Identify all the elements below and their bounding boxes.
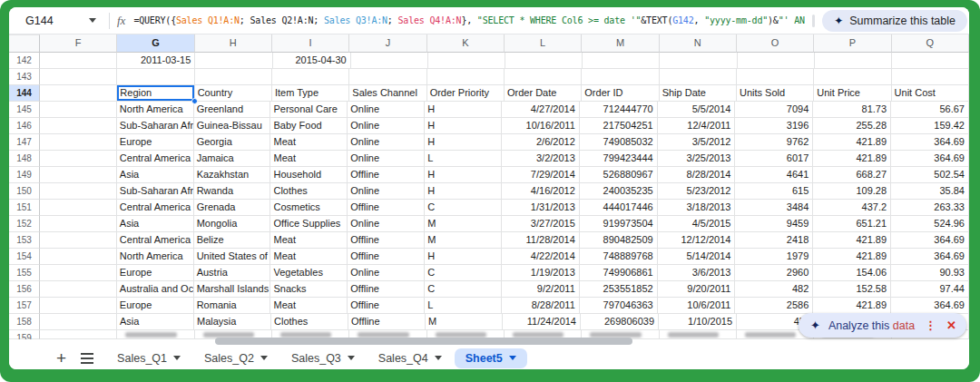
cell-K148[interactable]: L [425,151,502,167]
cell-Q142[interactable] [892,53,969,69]
cell-M155[interactable]: 749906861 [580,265,658,281]
cell-O157[interactable]: 2586 [735,298,813,314]
cell-G142[interactable]: 2011-03-15 [117,53,195,69]
cell-N153[interactable]: 12/12/2014 [658,232,736,249]
cell-J151[interactable]: Offline [348,200,425,216]
cell-J144[interactable]: Sales Channel [349,85,426,102]
column-header-F[interactable]: F [40,34,117,53]
cell-N144[interactable]: Ship Date [660,85,737,102]
cell-L153[interactable]: 11/28/2014 [502,232,580,249]
cell-F144[interactable] [40,85,117,102]
cell-N150[interactable]: 5/23/2012 [658,183,736,200]
cell-N159[interactable] [660,330,737,339]
close-icon[interactable]: ✕ [946,318,956,332]
cell-Q144[interactable]: Unit Cost [892,85,969,102]
cell-N156[interactable]: 9/20/2011 [658,281,736,298]
cell-M158[interactable]: 269806039 [581,314,659,330]
cell-K157[interactable]: L [425,298,502,314]
name-box-caret-icon[interactable] [89,18,96,23]
cell-F148[interactable] [40,151,117,167]
column-header-H[interactable]: H [195,34,272,53]
cell-O150[interactable]: 615 [735,183,813,200]
cell-F143[interactable] [40,69,117,85]
cell-M154[interactable]: 748889768 [580,249,658,265]
cell-O154[interactable]: 1979 [735,249,813,265]
cell-K150[interactable]: H [425,183,502,200]
tab-caret-icon[interactable] [509,356,516,360]
cell-K142[interactable] [428,53,505,69]
row-header-146[interactable]: 146 [9,118,40,134]
cell-N146[interactable]: 12/4/2011 [658,118,736,134]
cell-J153[interactable]: Offline [348,232,425,249]
cell-J147[interactable]: Online [348,134,425,151]
cell-Q149[interactable]: 502.54 [891,167,969,183]
cell-G159[interactable] [117,330,194,339]
column-header-K[interactable]: K [427,34,505,53]
cell-I147[interactable]: Meat [270,134,348,151]
cell-O148[interactable]: 6017 [735,151,813,167]
cell-H151[interactable]: Grenada [194,200,271,216]
cell-Q153[interactable]: 364.69 [891,232,969,249]
cell-J155[interactable]: Online [348,265,425,281]
name-box[interactable]: G144 [18,7,102,34]
cell-H146[interactable]: Guinea-Bissau [194,118,271,134]
tab-caret-icon[interactable] [260,356,268,360]
cell-H156[interactable]: Marshall Islands [194,281,271,298]
cell-H143[interactable] [195,69,272,85]
cell-F149[interactable] [40,167,117,183]
cell-F150[interactable] [40,183,117,200]
cell-J148[interactable]: Online [348,151,425,167]
cell-Q151[interactable]: 263.33 [891,200,969,216]
cell-I155[interactable]: Vegetables [270,265,348,281]
cell-I153[interactable]: Meat [270,232,348,249]
fill-handle[interactable] [191,98,198,104]
cell-N143[interactable] [660,69,737,85]
cell-G158[interactable]: Asia [117,314,194,330]
cell-L152[interactable]: 3/27/2015 [502,216,580,232]
row-header-147[interactable]: 147 [9,134,40,151]
cell-P155[interactable]: 154.06 [813,265,891,281]
cell-L155[interactable]: 1/19/2013 [502,265,580,281]
cell-I144[interactable]: Item Type [272,85,349,102]
cell-Q157[interactable]: 364.69 [891,298,969,314]
cell-O149[interactable]: 4641 [735,167,813,183]
cell-I152[interactable]: Office Supplies [270,216,348,232]
cell-G146[interactable]: Sub-Saharan Afr [117,118,194,134]
cell-Q155[interactable]: 90.93 [891,265,969,281]
cell-M153[interactable]: 890482509 [580,232,658,249]
row-header-149[interactable]: 149 [9,167,40,183]
cell-F145[interactable] [40,102,117,118]
cell-J150[interactable]: Online [348,183,425,200]
cell-J145[interactable]: Online [348,102,425,118]
row-header-155[interactable]: 155 [9,265,40,281]
cell-Q143[interactable] [892,69,969,85]
cell-H155[interactable]: Austria [194,265,271,281]
cell-H144[interactable]: Country [195,85,272,102]
cell-P148[interactable]: 421.89 [813,151,891,167]
cell-P143[interactable] [814,69,891,85]
sheet-tab-Sales_Q1[interactable]: Sales_Q1 [106,348,191,368]
cell-O151[interactable]: 3484 [735,200,813,216]
cell-F151[interactable] [40,200,117,216]
cell-Q150[interactable]: 35.84 [891,183,969,200]
cell-H150[interactable]: Rwanda [194,183,271,200]
cell-L150[interactable]: 4/16/2012 [502,183,580,200]
cell-I146[interactable]: Baby Food [270,118,348,134]
column-header-N[interactable]: N [660,34,737,53]
cell-K146[interactable]: H [425,118,502,134]
cell-P144[interactable]: Unit Price [814,85,891,102]
column-header-L[interactable]: L [505,34,582,53]
cell-O153[interactable]: 2418 [735,232,813,249]
cell-P149[interactable]: 668.27 [813,167,891,183]
cell-M143[interactable] [582,69,659,85]
cell-L151[interactable]: 1/31/2013 [502,200,580,216]
cell-J158[interactable]: Offline [348,314,426,330]
cell-G144[interactable]: Region [117,85,194,102]
all-sheets-menu-icon[interactable] [81,353,93,364]
cell-G157[interactable]: Europe [117,298,194,314]
column-header-O[interactable]: O [737,34,814,53]
cell-K154[interactable]: H [425,249,502,265]
row-header-159[interactable]: 159 [9,330,40,339]
cell-J154[interactable]: Offline [348,249,425,265]
cell-L142[interactable] [505,53,583,69]
